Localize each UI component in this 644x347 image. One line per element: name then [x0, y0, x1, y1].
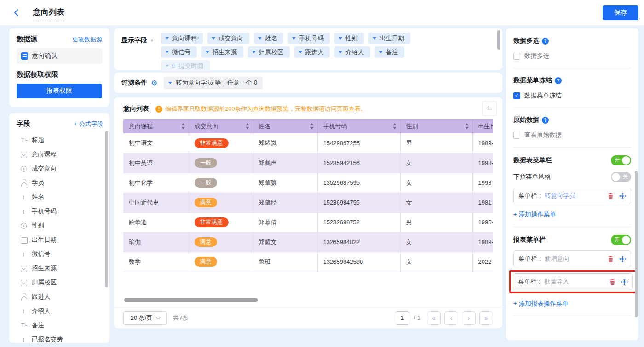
field-item[interactable]: 手机号码: [17, 204, 103, 218]
filter-condition-chip[interactable]: 转为意向学员 等于任意一个 0: [164, 77, 263, 89]
last-page-button[interactable]: »: [479, 311, 493, 325]
checkbox[interactable]: [513, 53, 520, 60]
field-item[interactable]: 成交意向: [17, 161, 103, 176]
back-button[interactable]: [14, 9, 21, 17]
change-datasource-link[interactable]: 更改数据源: [72, 35, 102, 44]
datasource-item[interactable]: 意向确认: [17, 48, 102, 64]
cell-birth: 1995-01-: [472, 212, 493, 232]
field-chip[interactable]: 手机号码: [288, 33, 330, 44]
sort-arrows-icon[interactable]: [465, 123, 469, 129]
move-icon[interactable]: [619, 193, 626, 199]
help-icon[interactable]: ?: [542, 38, 549, 45]
menu-freeze-title: 数据菜单冻结: [513, 76, 552, 85]
field-item[interactable]: 标题: [17, 133, 103, 147]
multi-select-checkbox-row[interactable]: 数据多选: [513, 52, 631, 60]
menu-freeze-checkbox-row[interactable]: 数据菜单冻结: [513, 91, 631, 100]
field-item[interactable]: 已报名交费: [17, 332, 103, 343]
report-title: 意向列表: [123, 105, 149, 113]
field-item[interactable]: 备注: [17, 318, 103, 332]
trash-icon[interactable]: [607, 256, 614, 262]
raw-data-checkbox-row[interactable]: 查看原始数据: [513, 131, 631, 139]
chip-label: 性别: [345, 34, 358, 43]
add-display-field-button[interactable]: +: [150, 36, 154, 44]
checkbox[interactable]: [513, 92, 520, 99]
field-item[interactable]: 姓名: [17, 190, 103, 204]
field-chip[interactable]: 备注: [375, 46, 404, 58]
cell-intent: 满意: [189, 193, 253, 212]
field-chip[interactable]: 意向课程: [161, 33, 203, 44]
page-total-label: / 1: [414, 314, 420, 321]
field-item[interactable]: 意向课程: [17, 147, 103, 161]
sort-arrows-icon[interactable]: [246, 123, 249, 129]
field-chip[interactable]: 跟进人: [294, 46, 330, 58]
chip-label: 介绍人: [345, 48, 364, 57]
cell-gender: 女: [400, 232, 472, 252]
settings-scrollbar[interactable]: [635, 171, 638, 317]
next-page-button[interactable]: ›: [462, 311, 476, 325]
field-chip[interactable]: 介绍人: [334, 46, 370, 58]
cell-intent: 一般: [189, 173, 253, 193]
formula-field-link[interactable]: + 公式字段: [74, 120, 103, 128]
field-label: 已报名交费: [32, 336, 63, 343]
gear-icon[interactable]: ⚙: [151, 79, 157, 87]
sort-order-icon[interactable]: [482, 101, 497, 116]
field-chip[interactable]: 姓名: [254, 33, 283, 44]
field-item[interactable]: 学员: [17, 176, 103, 190]
field-item[interactable]: 出生日期: [17, 233, 103, 247]
column-header[interactable]: 出生日期: [472, 119, 493, 133]
checkbox[interactable]: [513, 132, 520, 139]
help-icon[interactable]: ?: [555, 77, 562, 84]
field-chip[interactable]: 招生来源: [201, 46, 243, 58]
field-chip[interactable]: 微信号: [161, 46, 197, 58]
field-chip[interactable]: 归属校区: [248, 46, 290, 58]
menu-item-box[interactable]: 菜单栏： 转意向学员: [513, 188, 631, 204]
move-icon[interactable]: [619, 256, 626, 262]
trash-icon[interactable]: [607, 193, 614, 199]
fields-scrollbar[interactable]: [105, 131, 108, 287]
text-field-icon: [20, 336, 28, 343]
help-icon[interactable]: ?: [542, 117, 549, 124]
sort-arrows-icon[interactable]: [310, 123, 314, 129]
add-report-menu-link[interactable]: + 添加报表操作菜单: [513, 300, 569, 308]
field-item[interactable]: 跟进人: [17, 290, 103, 304]
cell-name: 郑耀文: [253, 232, 317, 252]
prev-page-button[interactable]: ‹: [444, 311, 458, 325]
first-page-button[interactable]: «: [427, 311, 441, 325]
toggle-knob: [612, 173, 620, 181]
field-item[interactable]: 性别: [17, 218, 103, 233]
dropdown-style-toggle[interactable]: 关: [611, 172, 631, 182]
menu-item-box[interactable]: 菜单栏： 新增意向: [513, 250, 631, 267]
trash-icon[interactable]: [609, 279, 616, 285]
column-header[interactable]: 手机号码: [317, 119, 400, 133]
sort-arrows-icon[interactable]: [393, 123, 397, 129]
table-menu-toggle[interactable]: 开: [611, 155, 631, 165]
field-item[interactable]: 招生来源: [17, 261, 103, 275]
pagination-bar: 20 条/页 共7条 / 1 « ‹ › »: [114, 307, 502, 328]
field-item[interactable]: 归属校区: [17, 275, 103, 290]
save-button[interactable]: 保存: [603, 5, 638, 20]
column-header[interactable]: 性别: [400, 119, 472, 133]
move-icon[interactable]: [621, 279, 628, 285]
field-chip[interactable]: 出生日期: [368, 33, 410, 44]
cell-name: 郑鹤声: [253, 153, 317, 173]
report-menu-toggle[interactable]: 开: [611, 235, 631, 245]
page-number-input[interactable]: [395, 311, 410, 325]
sort-arrows-icon[interactable]: [181, 123, 185, 129]
add-operation-menu-link[interactable]: + 添加操作菜单: [513, 210, 556, 219]
column-header[interactable]: 姓名: [253, 119, 317, 133]
report-permission-button[interactable]: 报表权限: [17, 84, 102, 98]
field-item[interactable]: 介绍人: [17, 304, 103, 318]
page-size-select[interactable]: 20 条/页: [123, 311, 167, 325]
field-chip-disabled[interactable]: ≡提交时间: [161, 60, 210, 72]
order-lines-icon: ≡: [172, 63, 176, 69]
horizontal-scrollbar[interactable]: [124, 298, 258, 302]
menu-item-box-highlighted[interactable]: 菜单栏： 批量导入: [513, 273, 633, 290]
chips-scrollbar[interactable]: [497, 30, 500, 50]
field-chip[interactable]: 成交意向: [207, 33, 249, 44]
field-chip[interactable]: 性别: [334, 33, 364, 44]
filter-chip-label: 转为意向学员 等于任意一个 0: [176, 79, 257, 87]
column-header[interactable]: 成交意向: [189, 119, 253, 133]
select-field-icon: [20, 265, 28, 272]
field-item[interactable]: 微信号: [17, 247, 103, 261]
column-header[interactable]: 意向课程: [123, 119, 189, 133]
